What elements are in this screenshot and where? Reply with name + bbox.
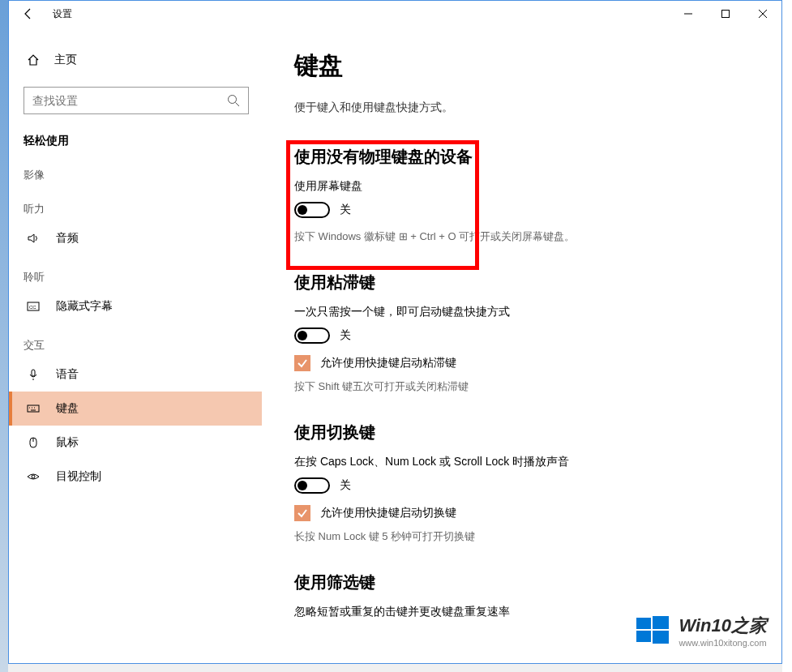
sidebar: 主页 轻松使用 影像 听力 音频 聆听 CC 隐藏式字幕 交互 语音 xyxy=(9,27,262,663)
svg-rect-1 xyxy=(722,11,730,18)
subcategory-listen: 聆听 xyxy=(9,255,262,289)
captions-icon: CC xyxy=(27,300,40,313)
window-controls xyxy=(670,1,781,27)
sidebar-item-label: 目视控制 xyxy=(56,469,101,484)
toggle-keys-shortcut-checkbox[interactable] xyxy=(294,505,310,521)
checkbox-label: 允许使用快捷键启动粘滞键 xyxy=(320,356,456,370)
sidebar-item-label: 音频 xyxy=(56,231,79,246)
titlebar: 设置 xyxy=(9,1,781,27)
svg-rect-20 xyxy=(653,631,669,644)
watermark-title: Win10之家 xyxy=(679,614,767,638)
toggle-keys-toggle[interactable] xyxy=(294,477,330,494)
section-sticky-keys: 使用粘滞键 一次只需按一个键，即可启动键盘快捷方式 关 允许使用快捷键启动粘滞键… xyxy=(294,272,749,394)
section-title: 使用粘滞键 xyxy=(294,272,749,293)
sidebar-item-label: 键盘 xyxy=(56,401,79,416)
minimize-button[interactable] xyxy=(670,1,707,27)
check-icon xyxy=(297,357,308,369)
toggle-state: 关 xyxy=(340,328,351,343)
sidebar-item-audio[interactable]: 音频 xyxy=(9,221,262,255)
section-title: 使用没有物理键盘的设备 xyxy=(294,146,749,168)
sidebar-item-label: 隐藏式字幕 xyxy=(56,299,113,314)
sidebar-item-eye-control[interactable]: 目视控制 xyxy=(9,460,262,494)
speaker-icon xyxy=(27,232,40,245)
sidebar-item-keyboard[interactable]: 键盘 xyxy=(9,392,262,426)
home-label: 主页 xyxy=(54,53,77,67)
maximize-button[interactable] xyxy=(707,1,744,27)
subcategory-hearing: 听力 xyxy=(9,187,262,221)
svg-rect-18 xyxy=(653,616,669,629)
section-title: 使用切换键 xyxy=(294,422,749,443)
page-description: 便于键入和使用键盘快捷方式。 xyxy=(294,101,749,115)
mouse-icon xyxy=(27,436,40,449)
page-title: 键盘 xyxy=(294,49,749,83)
windows-logo-icon xyxy=(635,613,670,648)
setting-hint: 按下 Windows 徽标键 ⊞ + Ctrl + O 可打开或关闭屏幕键盘。 xyxy=(294,229,749,244)
toggle-state: 关 xyxy=(340,203,351,217)
sticky-keys-shortcut-checkbox[interactable] xyxy=(294,355,310,371)
window-title: 设置 xyxy=(53,7,72,21)
section-title: 使用筛选键 xyxy=(294,571,749,593)
onscreen-keyboard-toggle[interactable] xyxy=(294,202,330,218)
sidebar-item-speech[interactable]: 语音 xyxy=(9,357,262,392)
desktop-edge xyxy=(0,0,8,672)
search-input[interactable] xyxy=(32,94,227,107)
svg-line-5 xyxy=(236,103,240,107)
sidebar-item-label: 语音 xyxy=(56,367,79,382)
svg-point-4 xyxy=(229,96,237,104)
setting-hint: 长按 Num Lock 键 5 秒钟可打开切换键 xyxy=(294,529,749,544)
eye-icon xyxy=(27,470,40,483)
svg-rect-9 xyxy=(28,405,39,412)
sidebar-item-mouse[interactable]: 鼠标 xyxy=(9,426,262,460)
svg-rect-19 xyxy=(636,631,651,642)
close-button[interactable] xyxy=(744,1,781,27)
checkbox-label: 允许使用快捷键启动切换键 xyxy=(320,506,456,520)
search-icon xyxy=(227,94,240,107)
svg-rect-8 xyxy=(32,370,35,376)
watermark-url: www.win10xitong.com xyxy=(679,638,767,648)
microphone-icon xyxy=(27,368,40,381)
sticky-keys-toggle[interactable] xyxy=(294,327,330,344)
sidebar-item-label: 鼠标 xyxy=(56,435,79,450)
sidebar-item-captions[interactable]: CC 隐藏式字幕 xyxy=(9,289,262,323)
section-toggle-keys: 使用切换键 在按 Caps Lock、Num Lock 或 Scroll Loc… xyxy=(294,422,749,544)
svg-rect-17 xyxy=(636,618,651,629)
back-button[interactable] xyxy=(9,1,48,27)
category-header: 轻松使用 xyxy=(9,114,262,153)
section-onscreen-keyboard: 使用没有物理键盘的设备 使用屏幕键盘 关 按下 Windows 徽标键 ⊞ + … xyxy=(294,146,749,244)
background-strip xyxy=(782,0,792,672)
check-icon xyxy=(297,507,308,519)
toggle-state: 关 xyxy=(340,478,351,493)
setting-label: 在按 Caps Lock、Num Lock 或 Scroll Lock 时播放声… xyxy=(294,455,749,469)
home-icon xyxy=(27,54,40,66)
subcategory-vision: 影像 xyxy=(9,153,262,187)
setting-hint: 按下 Shift 键五次可打开或关闭粘滞键 xyxy=(294,379,749,394)
search-input-container[interactable] xyxy=(24,87,249,114)
home-link[interactable]: 主页 xyxy=(9,46,262,74)
subcategory-interact: 交互 xyxy=(9,323,262,357)
content-area: 键盘 便于键入和使用键盘快捷方式。 使用没有物理键盘的设备 使用屏幕键盘 关 按… xyxy=(262,27,781,663)
watermark: Win10之家 www.win10xitong.com xyxy=(635,613,767,648)
svg-point-16 xyxy=(32,475,35,478)
setting-label: 使用屏幕键盘 xyxy=(294,179,749,194)
svg-text:CC: CC xyxy=(29,305,36,310)
setting-label: 一次只需按一个键，即可启动键盘快捷方式 xyxy=(294,305,749,319)
keyboard-icon xyxy=(27,402,40,415)
settings-window: 设置 主页 轻松使用 影像 听力 音频 聆听 xyxy=(8,0,782,664)
